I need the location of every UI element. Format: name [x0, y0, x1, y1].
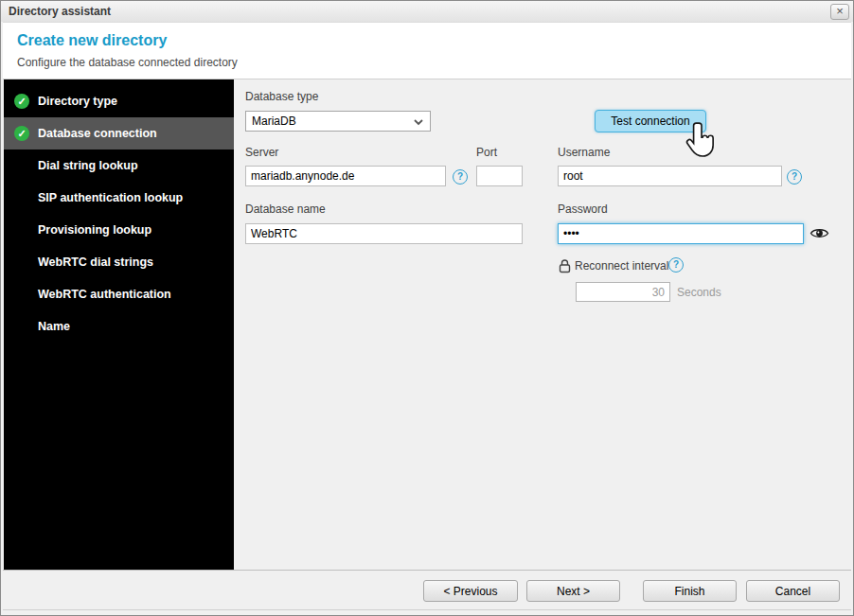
previous-button[interactable]: < Previous: [423, 580, 518, 602]
page-subtitle: Configure the database connected directo…: [17, 56, 851, 69]
close-icon[interactable]: ×: [830, 4, 849, 20]
chevron-down-icon: [414, 119, 423, 126]
database-type-label: Database type: [245, 90, 318, 103]
check-icon: ✓: [14, 126, 29, 141]
step-label: WebRTC authentication: [38, 288, 171, 301]
page-title: Create new directory: [17, 32, 851, 49]
step-directory-type[interactable]: ✓ Directory type: [4, 85, 234, 117]
step-name[interactable]: Name: [4, 310, 234, 343]
step-label: Dial string lookup: [38, 159, 138, 172]
reconnect-interval-input[interactable]: [576, 282, 670, 302]
step-database-connection[interactable]: ✓ Database connection: [4, 117, 234, 150]
database-name-label: Database name: [245, 202, 326, 216]
step-provisioning-lookup[interactable]: Provisioning lookup: [4, 214, 234, 246]
lock-icon: [559, 259, 571, 273]
database-type-value: MariaDB: [252, 114, 296, 128]
database-type-select[interactable]: MariaDB: [245, 111, 431, 132]
finish-button[interactable]: Finish: [643, 580, 737, 602]
step-sip-authentication-lookup[interactable]: SIP authentication lookup: [4, 182, 234, 214]
wizard-steps-sidebar: ✓ Directory type ✓ Database connection D…: [4, 79, 234, 570]
help-icon[interactable]: ?: [453, 169, 468, 185]
step-label: Provisioning lookup: [38, 223, 151, 237]
eye-icon[interactable]: [810, 226, 829, 240]
cancel-button[interactable]: Cancel: [746, 580, 840, 602]
server-label: Server: [245, 146, 278, 159]
database-name-input[interactable]: [245, 223, 523, 244]
step-label: SIP authentication lookup: [38, 191, 183, 204]
password-input[interactable]: [558, 223, 804, 244]
window-title: Directory assistant: [9, 5, 111, 18]
check-icon: ✓: [14, 94, 29, 109]
help-icon[interactable]: ?: [668, 257, 684, 273]
step-label: WebRTC dial strings: [38, 255, 153, 269]
username-label: Username: [558, 146, 610, 159]
server-input[interactable]: [245, 166, 446, 186]
test-connection-button[interactable]: Test connection: [595, 110, 706, 132]
step-label: Database connection: [38, 127, 157, 140]
directory-assistant-dialog: Directory assistant × Create new directo…: [0, 0, 854, 616]
reconnect-interval-label: Reconnect interval: [575, 259, 668, 273]
next-button[interactable]: Next >: [526, 580, 620, 602]
password-label: Password: [558, 202, 608, 216]
port-input[interactable]: [476, 166, 523, 186]
port-label: Port: [476, 146, 497, 159]
reconnect-unit-label: Seconds: [677, 286, 721, 299]
help-icon[interactable]: ?: [787, 169, 802, 185]
step-webrtc-dial-strings[interactable]: WebRTC dial strings: [4, 246, 234, 278]
titlebar[interactable]: Directory assistant ×: [1, 1, 853, 22]
username-input[interactable]: [558, 166, 782, 186]
step-label: Name: [38, 320, 70, 333]
wizard-header: Create new directory Configure the datab…: [3, 22, 851, 79]
step-webrtc-authentication[interactable]: WebRTC authentication: [4, 278, 234, 310]
step-dial-string-lookup[interactable]: Dial string lookup: [4, 150, 234, 182]
step-label: Directory type: [38, 95, 117, 108]
